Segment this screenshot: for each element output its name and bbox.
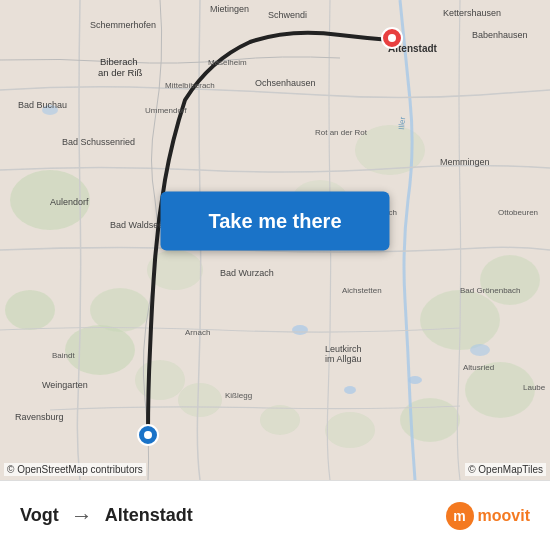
svg-text:Schwendi: Schwendi — [268, 10, 307, 20]
svg-text:Babenhausen: Babenhausen — [472, 30, 528, 40]
svg-text:Ravensburg: Ravensburg — [15, 412, 64, 422]
svg-text:Ottobeuren: Ottobeuren — [498, 208, 538, 217]
svg-point-57 — [144, 431, 152, 439]
svg-text:Kißlegg: Kißlegg — [225, 391, 252, 400]
moovit-logo: m moovit — [446, 502, 530, 530]
svg-text:Baindt: Baindt — [52, 351, 75, 360]
svg-point-9 — [260, 405, 300, 435]
svg-text:Leutkirch: Leutkirch — [325, 344, 362, 354]
svg-text:Mietingen: Mietingen — [210, 4, 249, 14]
route-arrow-icon: → — [71, 503, 93, 529]
svg-text:Bad Buchau: Bad Buchau — [18, 100, 67, 110]
moovit-name: moovit — [478, 507, 530, 525]
svg-text:Bad Waldsee: Bad Waldsee — [110, 220, 163, 230]
svg-point-19 — [470, 344, 490, 356]
moovit-icon: m — [446, 502, 474, 530]
svg-text:Memmingen: Memmingen — [440, 157, 490, 167]
map-container: Schemmerhofen Mietingen Schwendi Ketters… — [0, 0, 550, 480]
svg-point-12 — [90, 288, 150, 332]
svg-text:Kettershausen: Kettershausen — [443, 8, 501, 18]
svg-point-5 — [480, 255, 540, 305]
take-me-there-button[interactable]: Take me there — [160, 191, 389, 250]
svg-text:Iller: Iller — [397, 116, 407, 130]
svg-point-8 — [325, 412, 375, 448]
svg-point-16 — [292, 325, 308, 335]
svg-text:Rot an der Rot: Rot an der Rot — [315, 128, 368, 137]
svg-point-2 — [65, 325, 135, 375]
svg-text:Ochsenhausen: Ochsenhausen — [255, 78, 316, 88]
svg-text:Maselheim: Maselheim — [208, 58, 247, 67]
svg-text:im Allgäu: im Allgäu — [325, 354, 362, 364]
svg-text:Bad Schussenried: Bad Schussenried — [62, 137, 135, 147]
route-from: Vogt — [20, 505, 59, 526]
svg-point-55 — [388, 34, 396, 42]
svg-text:Bad Wurzach: Bad Wurzach — [220, 268, 274, 278]
svg-text:Bad Grönenbach: Bad Grönenbach — [460, 286, 521, 295]
svg-text:Laube: Laube — [523, 383, 546, 392]
bottom-bar: Vogt → Altenstadt m moovit — [0, 480, 550, 550]
svg-text:Arnach: Arnach — [185, 328, 210, 337]
osm-attribution-right: © OpenMapTiles — [465, 463, 546, 476]
osm-attribution-left: © OpenStreetMap contributors — [4, 463, 146, 476]
svg-text:Mittelbiberach: Mittelbiberach — [165, 81, 215, 90]
svg-text:Schemmerhofen: Schemmerhofen — [90, 20, 156, 30]
svg-point-3 — [5, 290, 55, 330]
svg-point-11 — [135, 360, 185, 400]
svg-text:Aulendorf: Aulendorf — [50, 197, 89, 207]
svg-text:an der Riß: an der Riß — [98, 67, 143, 78]
svg-point-17 — [344, 386, 356, 394]
route-to: Altenstadt — [105, 505, 193, 526]
svg-text:Weingarten: Weingarten — [42, 380, 88, 390]
svg-text:Ummendorf: Ummendorf — [145, 106, 188, 115]
svg-point-10 — [178, 383, 222, 417]
svg-text:Aichstetten: Aichstetten — [342, 286, 382, 295]
svg-text:Biberach: Biberach — [100, 56, 138, 67]
svg-text:Altusried: Altusried — [463, 363, 494, 372]
